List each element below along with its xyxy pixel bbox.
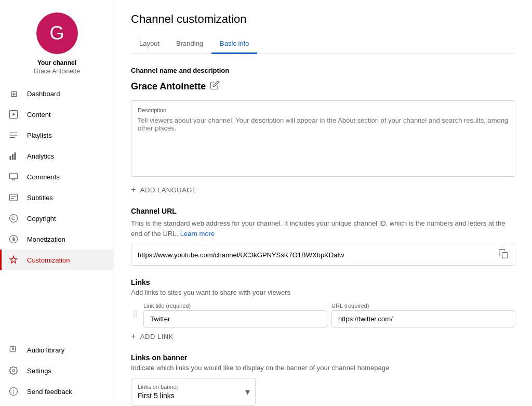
plus-icon: + [131,185,136,194]
tabs-bar: Layout Branding Basic info [131,34,515,54]
sidebar-item-audio-library[interactable]: Audio library [0,339,114,360]
url-value: https://www.youtube.com/channel/UC3kGPNY… [138,251,494,259]
page-title: Channel customization [131,12,515,26]
sidebar-item-playlists[interactable]: Playlists [0,125,114,146]
playlists-icon [8,130,19,140]
tab-layout[interactable]: Layout [131,34,168,54]
add-language-label: ADD LANGUAGE [140,186,197,194]
sidebar-item-label: Playlists [27,132,52,139]
sidebar-item-monetization[interactable]: Monetization [0,229,114,250]
url-input-row: https://www.youtube.com/channel/UC3kGPNY… [131,244,515,266]
links-on-banner-section: Links on banner Indicate which links you… [131,353,515,405]
profile-name: Grace Antoinette [34,68,80,75]
chevron-down-icon: ▾ [245,386,250,398]
tab-basic-info[interactable]: Basic info [211,34,257,54]
banner-select-label: Links on banner [138,384,249,390]
sidebar-item-label: Send feedback [27,388,72,396]
sidebar-item-label: Subtitles [27,194,53,202]
main-content: Channel customization Layout Branding Ba… [114,0,532,406]
link-url-input[interactable] [331,310,515,328]
copyright-icon [8,213,19,224]
sidebar-item-dashboard[interactable]: ⊞ Dashboard [0,83,114,104]
learn-more-link[interactable]: Learn more [180,230,215,238]
svg-point-19 [14,393,14,394]
url-description: This is the standard web address for you… [131,218,515,239]
svg-rect-5 [10,156,11,160]
sidebar-item-send-feedback[interactable]: Send feedback [0,381,114,402]
link-url-label: URL (required) [331,303,515,309]
svg-rect-6 [12,154,14,160]
svg-rect-8 [10,173,18,179]
sidebar-item-subtitles[interactable]: Subtitles [0,187,114,208]
svg-point-26 [136,316,137,317]
tab-branding[interactable]: Branding [168,34,211,54]
banner-select-value: First 5 links [138,391,249,400]
svg-point-24 [136,313,137,315]
sidebar-item-label: Monetization [27,235,65,243]
sidebar-item-settings[interactable]: Settings [0,360,114,381]
add-link-label: ADD LINK [140,333,174,340]
description-box[interactable]: Description [131,100,515,177]
add-link-button[interactable]: + ADD LINK [131,332,515,341]
sidebar-item-label: Dashboard [27,90,60,98]
drag-handle-icon[interactable] [131,310,139,320]
svg-rect-9 [10,194,18,201]
sidebar-item-copyright[interactable]: Copyright [0,208,114,229]
channel-name-section: Channel name and description Grace Antoi… [131,67,515,194]
links-section: Links Add links to sites you want to sha… [131,278,515,341]
add-language-button[interactable]: + ADD LANGUAGE [131,185,515,194]
svg-point-22 [136,311,137,312]
channel-label: Your channel [37,59,76,67]
description-label: Description [138,107,509,113]
sidebar-item-analytics[interactable]: Analytics [0,146,114,166]
svg-point-16 [12,370,15,372]
sidebar-item-customization[interactable]: Customization [0,250,114,270]
svg-point-23 [134,313,135,315]
svg-marker-1 [13,113,16,116]
sidebar-bottom: Audio library Settings Send feedback [0,335,114,406]
comments-icon [8,172,19,182]
sidebar-item-label: Settings [27,367,51,375]
svg-point-12 [10,215,18,222]
sidebar-item-label: Customization [27,256,70,264]
avatar: G [36,12,78,54]
banner-select[interactable]: Links on banner First 5 links ▾ [131,378,256,405]
copy-icon[interactable] [498,248,509,261]
sidebar-item-content[interactable]: Content [0,104,114,125]
section-title: Channel name and description [131,67,515,74]
link-title-input[interactable] [143,310,327,328]
link-row: Link title (required) URL (required) [131,303,515,328]
link-url-group: URL (required) [331,303,515,328]
banner-title: Links on banner [131,353,515,362]
sidebar-item-label: Copyright [27,215,56,222]
sidebar-item-label: Analytics [27,152,54,160]
banner-description: Indicate which links you would like to d… [131,364,515,372]
monetization-icon [8,234,19,244]
channel-url-section: Channel URL This is the standard web add… [131,207,515,266]
sidebar-item-label: Content [27,111,51,119]
edit-icon[interactable] [210,81,219,92]
customization-icon [8,255,19,265]
profile-section: G Your channel Grace Antoinette [0,0,114,83]
svg-rect-7 [15,152,16,160]
channel-name-row: Grace Antoinette [131,81,515,92]
link-title-label: Link title (required) [143,303,327,309]
url-title: Channel URL [131,207,515,215]
sidebar-item-label: Comments [27,173,60,181]
settings-icon [8,365,19,376]
links-description: Add links to sites you want to share wit… [131,289,515,296]
channel-name: Grace Antoinette [131,81,206,92]
sidebar: G Your channel Grace Antoinette ⊞ Dashbo… [0,0,114,406]
plus-icon: + [131,332,136,341]
description-textarea[interactable] [138,116,509,168]
dashboard-icon: ⊞ [8,88,19,99]
feedback-icon [8,386,19,397]
analytics-icon [8,151,19,161]
svg-point-25 [134,316,135,317]
svg-point-21 [134,311,135,312]
audio-library-icon [8,345,19,355]
sidebar-item-comments[interactable]: Comments [0,166,114,187]
sidebar-item-label: Audio library [27,346,64,354]
link-title-group: Link title (required) [143,303,327,328]
sidebar-nav: ⊞ Dashboard Content Playlists Analytics [0,83,114,335]
